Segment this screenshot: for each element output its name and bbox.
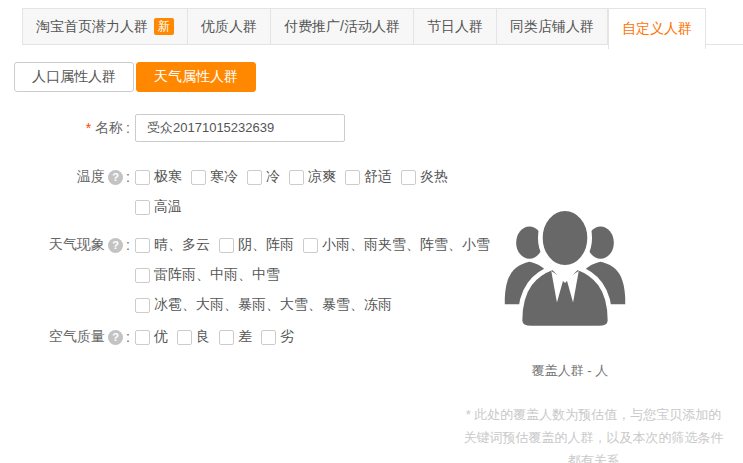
checkbox-item[interactable]: 寒冷 (191, 168, 238, 186)
checkbox-box[interactable] (135, 298, 150, 313)
tab-paid-promo-activity-audience[interactable]: 付费推广/活动人群 (271, 8, 414, 44)
checkbox-item[interactable]: 高温 (135, 198, 182, 216)
new-badge: 新 (154, 18, 174, 35)
checkbox-item[interactable]: 冰雹、大雨、暴雨、大雪、暴雪、冻雨 (135, 296, 392, 314)
checkbox-box[interactable] (135, 268, 150, 283)
audience-settings-panel: 淘宝首页潜力人群 新 优质人群 付费推广/活动人群 节日人群 同类店铺人群 自定… (0, 0, 743, 463)
checkbox-label: 阴、阵雨 (238, 236, 294, 254)
checkbox-box[interactable] (191, 170, 206, 185)
checkbox-label: 小雨、雨夹雪、阵雪、小雪 (322, 236, 490, 254)
help-icon[interactable]: ? (108, 330, 123, 345)
label-colon: : (126, 237, 130, 253)
audience-name-input[interactable] (135, 114, 345, 142)
checkbox-box[interactable] (345, 170, 360, 185)
tab-label: 自定义人群 (622, 20, 692, 38)
tab-label: 付费推广/活动人群 (284, 18, 400, 36)
checkbox-item[interactable]: 极寒 (135, 168, 182, 186)
checkbox-item[interactable]: 冷 (247, 168, 280, 186)
checkbox-item[interactable]: 优 (135, 328, 168, 346)
label-colon: : (126, 329, 130, 345)
tab-taobao-homepage-potential[interactable]: 淘宝首页潜力人群 新 (22, 8, 188, 44)
temperature-row: 温度 ? : 极寒 寒冷 冷 凉爽 舒适 炎热 高温 (0, 162, 500, 222)
checkbox-item[interactable]: 差 (219, 328, 252, 346)
checkbox-label: 差 (238, 328, 252, 346)
tab-label: 节日人群 (427, 18, 483, 36)
label-colon: : (126, 169, 130, 185)
checkbox-label: 寒冷 (210, 168, 238, 186)
checkbox-item[interactable]: 阴、阵雨 (219, 236, 294, 254)
checkbox-label: 炎热 (420, 168, 448, 186)
checkbox-box[interactable] (135, 200, 150, 215)
checkbox-box[interactable] (289, 170, 304, 185)
tab-label: 优质人群 (201, 18, 257, 36)
checkbox-box[interactable] (401, 170, 416, 185)
name-row: * 名称 : (0, 114, 500, 142)
checkbox-label: 雷阵雨、中雨、中雪 (154, 266, 280, 284)
field-label-text: 天气现象 (49, 236, 105, 254)
checkbox-box[interactable] (261, 330, 276, 345)
field-label-text: 空气质量 (49, 328, 105, 346)
tab-label: 同类店铺人群 (510, 18, 594, 36)
subtab-demographic-audience[interactable]: 人口属性人群 (14, 62, 134, 92)
checkbox-box[interactable] (177, 330, 192, 345)
help-icon[interactable]: ? (108, 238, 123, 253)
checkbox-item[interactable]: 舒适 (345, 168, 392, 186)
weather-label: 天气现象 ? : (0, 230, 130, 260)
required-asterisk: * (86, 120, 91, 136)
checkbox-item[interactable]: 炎热 (401, 168, 448, 186)
checkbox-label: 优 (154, 328, 168, 346)
tab-quality-audience[interactable]: 优质人群 (188, 8, 271, 44)
tab-similar-shop-audience[interactable]: 同类店铺人群 (497, 8, 608, 44)
temperature-options-line-1: 极寒 寒冷 冷 凉爽 舒适 炎热 (135, 162, 500, 192)
air-quality-options-line-1: 优 良 差 劣 (135, 322, 500, 352)
temperature-options-line-2: 高温 (135, 192, 500, 222)
checkbox-label: 高温 (154, 198, 182, 216)
checkbox-label: 冰雹、大雨、暴雨、大雪、暴雪、冻雨 (154, 296, 392, 314)
temperature-label: 温度 ? : (0, 162, 130, 192)
weather-phenomena-row: 天气现象 ? : 晴、多云 阴、阵雨 小雨、雨夹雪、阵雪、小雪 雷阵雨、中雨、中… (0, 230, 500, 320)
note-line: 关键词预估覆盖的人群，以及本次的筛选条件 (447, 426, 740, 449)
checkbox-box[interactable] (135, 170, 150, 185)
name-label: * 名称 : (0, 114, 130, 142)
label-colon: : (126, 120, 130, 136)
checkbox-item[interactable]: 凉爽 (289, 168, 336, 186)
coverage-count-caption: 覆盖人群 - 人 (455, 362, 685, 380)
checkbox-label: 良 (196, 328, 210, 346)
checkbox-label: 凉爽 (308, 168, 336, 186)
checkbox-box[interactable] (135, 330, 150, 345)
field-label-text: 名称 (95, 119, 123, 137)
weather-options-line-1: 晴、多云 阴、阵雨 小雨、雨夹雪、阵雪、小雪 (135, 230, 500, 260)
checkbox-label: 劣 (280, 328, 294, 346)
tab-festival-audience[interactable]: 节日人群 (414, 8, 497, 44)
checkbox-label: 极寒 (154, 168, 182, 186)
tab-custom-audience[interactable]: 自定义人群 (608, 8, 706, 49)
weather-options-line-3: 冰雹、大雨、暴雨、大雪、暴雪、冻雨 (135, 290, 500, 320)
checkbox-box[interactable] (219, 238, 234, 253)
checkbox-label: 舒适 (364, 168, 392, 186)
main-tab-bar: 淘宝首页潜力人群 新 优质人群 付费推广/活动人群 节日人群 同类店铺人群 自定… (22, 8, 706, 49)
checkbox-item[interactable]: 雷阵雨、中雨、中雪 (135, 266, 280, 284)
checkbox-box[interactable] (219, 330, 234, 345)
checkbox-label: 冷 (266, 168, 280, 186)
air-quality-label: 空气质量 ? : (0, 322, 130, 352)
checkbox-box[interactable] (135, 238, 150, 253)
coverage-estimate-note: * 此处的覆盖人数为预估值，与您宝贝添加的 关键词预估覆盖的人群，以及本次的筛选… (447, 403, 740, 463)
checkbox-box[interactable] (303, 238, 318, 253)
audience-group-icon (501, 200, 629, 328)
note-line: * 此处的覆盖人数为预估值，与您宝贝添加的 (447, 403, 740, 426)
checkbox-item[interactable]: 劣 (261, 328, 294, 346)
checkbox-label: 晴、多云 (154, 236, 210, 254)
help-icon[interactable]: ? (108, 170, 123, 185)
checkbox-box[interactable] (247, 170, 262, 185)
checkbox-item[interactable]: 小雨、雨夹雪、阵雪、小雪 (303, 236, 490, 254)
note-line: 都有关系 (447, 449, 740, 463)
subtab-weather-audience[interactable]: 天气属性人群 (136, 62, 256, 92)
field-label-text: 温度 (77, 168, 105, 186)
tab-label: 淘宝首页潜力人群 (36, 18, 148, 36)
weather-options-line-2: 雷阵雨、中雨、中雪 (135, 260, 500, 290)
sub-tab-bar: 人口属性人群 天气属性人群 (14, 62, 258, 92)
checkbox-item[interactable]: 晴、多云 (135, 236, 210, 254)
air-quality-row: 空气质量 ? : 优 良 差 劣 (0, 322, 500, 352)
checkbox-item[interactable]: 良 (177, 328, 210, 346)
